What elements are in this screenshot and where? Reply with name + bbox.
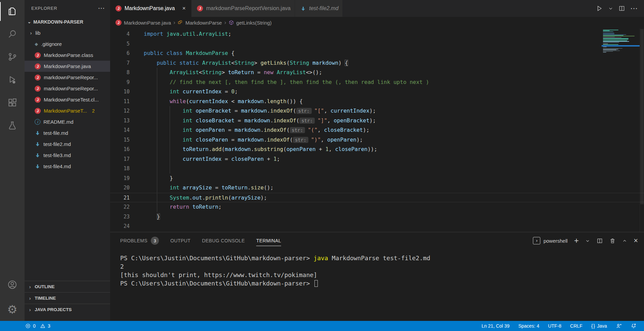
token-bm: } bbox=[157, 213, 160, 220]
indent-space bbox=[144, 213, 157, 220]
more-actions-icon[interactable]: ⋯ bbox=[630, 4, 638, 13]
token-type: int bbox=[183, 108, 196, 114]
file-tree: ›lib◆.gitignoreJMarkdownParse.classJMark… bbox=[25, 27, 110, 172]
file-lib[interactable]: ›lib bbox=[25, 27, 110, 38]
status-encoding[interactable]: UTF-8 bbox=[548, 323, 562, 329]
method-symbol-icon bbox=[229, 20, 234, 25]
section-timeline[interactable]: ›TIMELINE bbox=[25, 292, 110, 304]
split-terminal-icon[interactable] bbox=[597, 238, 603, 244]
code-line-22[interactable]: 22 return toReturn; bbox=[110, 202, 644, 212]
section-java-projects[interactable]: ›JAVA PROJECTS bbox=[25, 304, 110, 315]
panel-tab-problems[interactable]: PROBLEMS3 bbox=[120, 232, 159, 249]
status-eol[interactable]: CRLF bbox=[570, 323, 583, 329]
code-line-11[interactable]: 11 while(currentIndex < markdown.length(… bbox=[110, 97, 644, 107]
code-line-15[interactable]: 15 int closeParen = markdown.indexOf(str… bbox=[110, 135, 644, 145]
editor-scrollbar[interactable] bbox=[640, 28, 644, 232]
code-line-10[interactable]: 10 int currentIndex = 0; bbox=[110, 87, 644, 97]
token-kw: static bbox=[179, 60, 202, 66]
code-line-6[interactable]: 6public class MarkdownParse { bbox=[110, 49, 644, 58]
minimap[interactable] bbox=[602, 28, 640, 232]
activity-explorer[interactable] bbox=[0, 0, 25, 23]
shell-selector[interactable]: ›powershell bbox=[533, 237, 568, 244]
class-symbol-icon bbox=[178, 20, 183, 25]
code-line-20[interactable]: 20 int arraySize = toReturn.size(); bbox=[110, 183, 644, 193]
split-editor-icon[interactable] bbox=[618, 5, 625, 12]
code-line-19[interactable]: 19 } bbox=[110, 174, 644, 183]
braces-icon: { } bbox=[591, 323, 595, 329]
close-icon[interactable]: × bbox=[180, 5, 187, 12]
status-language-mode[interactable]: { }Java bbox=[591, 323, 607, 329]
tab-markdownparse-java[interactable]: JMarkdownParse.java× bbox=[110, 0, 192, 17]
activity-testing[interactable] bbox=[0, 115, 25, 138]
code-line-8[interactable]: 8 ArrayList<String> toReturn = new Array… bbox=[110, 68, 644, 78]
status-cursor-position[interactable]: Ln 21, Col 39 bbox=[481, 323, 509, 329]
breadcrumb-markdownparse-java[interactable]: JMarkdownParse.java bbox=[115, 20, 171, 26]
file-markdownparsetest-cl[interactable]: JMarkdownParseTest.cl... bbox=[25, 94, 110, 105]
section-outline[interactable]: ›OUTLINE bbox=[25, 281, 110, 292]
code-line-4[interactable]: 4import java.util.ArrayList; bbox=[110, 29, 644, 39]
panel-tab-debug-console[interactable]: DEBUG CONSOLE bbox=[202, 232, 245, 249]
panel-tab-output[interactable]: OUTPUT bbox=[170, 232, 191, 249]
file-label: lib bbox=[35, 30, 40, 36]
code-line-7[interactable]: 7 public static ArrayList<String> getLin… bbox=[110, 58, 644, 68]
tab-markdownparsereportversion-java[interactable]: JmarkdownParseReportVersion.java bbox=[192, 0, 295, 17]
file-markdownparserepor[interactable]: JmarkdownParseRepor... bbox=[25, 72, 110, 83]
maximize-panel-icon[interactable] bbox=[622, 238, 627, 243]
close-panel-icon[interactable]: × bbox=[634, 236, 638, 245]
activity-source-control[interactable] bbox=[0, 46, 25, 69]
status-person-add[interactable] bbox=[616, 323, 622, 329]
token-pun: , bbox=[324, 108, 330, 114]
activity-search[interactable] bbox=[0, 23, 25, 46]
status-notifications[interactable] bbox=[631, 323, 637, 329]
file-test-file4-md[interactable]: test-file4.md bbox=[25, 161, 110, 172]
file-test-file2-md[interactable]: test-file2.md bbox=[25, 139, 110, 150]
terminal-dropdown-icon[interactable] bbox=[585, 238, 590, 243]
code-content: ArrayList<String> toReturn = new ArrayLi… bbox=[130, 68, 644, 78]
token-var: currentIndex bbox=[183, 156, 222, 162]
scrollbar-thumb[interactable] bbox=[640, 29, 644, 204]
token-num: 1 bbox=[326, 146, 329, 152]
status-indentation[interactable]: Spaces: 4 bbox=[518, 323, 539, 329]
code-line-9[interactable]: 9 // find the next [, then find the ], t… bbox=[110, 78, 644, 87]
activity-run-and-debug[interactable] bbox=[0, 69, 25, 92]
panel-tab-terminal[interactable]: TERMINAL bbox=[256, 232, 281, 249]
file-markdownparserepor[interactable]: JmarkdownParseRepor... bbox=[25, 83, 110, 94]
run-dropdown-icon[interactable] bbox=[608, 6, 613, 11]
code-line-12[interactable]: 12 int openBracket = markdown.indexOf(st… bbox=[110, 106, 644, 116]
code-line-18[interactable]: 18 bbox=[110, 164, 644, 174]
code-line-5[interactable]: 5 bbox=[110, 39, 644, 49]
tab-test-file2-md[interactable]: test-file2.md bbox=[295, 0, 343, 17]
activity-account[interactable] bbox=[0, 274, 25, 297]
breadcrumb-markdownparse[interactable]: MarkdownParse bbox=[178, 20, 222, 26]
terminal-output[interactable]: PS C:\Users\Justin\Documents\GitHub\mark… bbox=[110, 249, 644, 288]
file-markdownparse-java[interactable]: JMarkdownParse.java bbox=[25, 61, 110, 72]
code-line-17[interactable]: 17 currentIndex = closeParen + 1; bbox=[110, 154, 644, 164]
file-markdownparse-class[interactable]: JMarkdownParse.class bbox=[25, 50, 110, 61]
code-line-24[interactable]: 24 bbox=[110, 221, 644, 231]
file-readme-md[interactable]: iREADME.md bbox=[25, 116, 110, 127]
new-terminal-icon[interactable]: + bbox=[574, 236, 579, 245]
code-editor[interactable]: 4import java.util.ArrayList;56public cla… bbox=[110, 28, 644, 232]
indent-guide bbox=[157, 87, 157, 97]
kill-terminal-icon[interactable] bbox=[609, 238, 616, 244]
code-line-16[interactable]: 16 toReturn.add(markdown.substring(openP… bbox=[110, 145, 644, 154]
breadcrumb-getlinks-string[interactable]: getLinks(String) bbox=[229, 20, 272, 26]
problems-status[interactable]: 03 bbox=[25, 323, 50, 329]
token-var: toReturn bbox=[222, 184, 247, 191]
code-line-21[interactable]: 21 System.out.println(arraySize); bbox=[110, 193, 644, 203]
file-test-file3-md[interactable]: test-file3.md bbox=[25, 150, 110, 161]
run-icon[interactable] bbox=[596, 5, 603, 12]
activity-extensions[interactable] bbox=[0, 92, 25, 115]
explorer-more-actions-icon[interactable]: ⋯ bbox=[98, 6, 105, 10]
activity-settings[interactable]: ⚙ bbox=[0, 298, 25, 321]
code-line-14[interactable]: 14 int openParen = markdown.indexOf(str:… bbox=[110, 125, 644, 135]
code-content bbox=[130, 39, 644, 49]
project-root-folder[interactable]: ⌄ MARKDOWN-PARSER bbox=[25, 16, 110, 27]
file-test-file-md[interactable]: test-file.md bbox=[25, 127, 110, 139]
code-line-13[interactable]: 13 int closeBracket = markdown.indexOf(s… bbox=[110, 116, 644, 126]
file-markdownparset[interactable]: JMarkdownParseT...2 bbox=[25, 105, 110, 116]
file-gitignore[interactable]: ◆.gitignore bbox=[25, 38, 110, 50]
panel-tab-label: TERMINAL bbox=[256, 238, 281, 243]
code-line-23[interactable]: 23 } bbox=[110, 212, 644, 222]
file-label: markdownParseRepor... bbox=[44, 74, 98, 80]
